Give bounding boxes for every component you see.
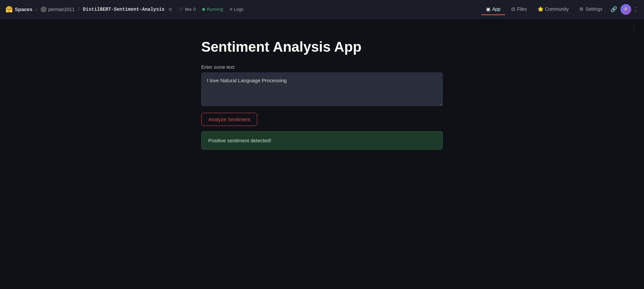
avatar[interactable]: P <box>621 4 631 15</box>
running-status-badge[interactable]: Running <box>202 7 223 12</box>
text-input[interactable]: I love Natural Language Processing <box>201 73 443 106</box>
header-nav: ▣ App ⊟ Files 🌟 Community ⚙ Settings <box>481 4 607 15</box>
header-left: 🤗 Spaces / perman2011 / DistilBERT-Senti… <box>5 6 481 13</box>
user-breadcrumb[interactable]: perman2011 <box>41 6 75 12</box>
more-options-button[interactable]: ⋮ <box>633 6 639 13</box>
nav-community-label: Community <box>545 6 569 12</box>
app-container: Sentiment Analysis App Enter some text: … <box>201 39 443 150</box>
nav-item-community[interactable]: 🌟 Community <box>533 4 574 15</box>
running-label: Running <box>207 7 223 12</box>
user-avatar-small <box>41 6 47 12</box>
logs-icon: ≡ <box>230 7 232 12</box>
result-box: Positive sentiment detected! <box>201 131 443 150</box>
like-count: 0 <box>193 7 196 12</box>
copy-icon[interactable]: ⧉ <box>169 7 172 12</box>
breadcrumb-separator-2: / <box>78 6 79 12</box>
app-title: Sentiment Analysis App <box>201 39 443 55</box>
analyze-button-label: Analyze Sentiment <box>208 116 250 122</box>
nav-item-files[interactable]: ⊟ Files <box>506 4 532 15</box>
spaces-logo[interactable]: 🤗 Spaces <box>5 6 33 13</box>
nav-settings-label: Settings <box>585 6 602 12</box>
files-icon: ⊟ <box>511 6 515 12</box>
logs-button[interactable]: ≡ Logs <box>230 7 244 12</box>
nav-files-label: Files <box>517 6 527 12</box>
result-text: Positive sentiment detected! <box>208 138 271 143</box>
spaces-emoji-icon: 🤗 <box>5 6 13 13</box>
content-more-button[interactable]: ⋮ <box>631 23 637 32</box>
app-icon: ▣ <box>486 6 490 12</box>
analyze-sentiment-button[interactable]: Analyze Sentiment <box>201 113 257 126</box>
avatar-initials: P <box>625 7 627 12</box>
community-icon: 🌟 <box>538 6 543 12</box>
running-dot-icon <box>202 8 205 11</box>
header-actions: 🔗 P <box>610 4 631 15</box>
spaces-label: Spaces <box>15 6 33 12</box>
username-label: perman2011 <box>48 7 75 12</box>
nav-item-app[interactable]: ▣ App <box>481 4 505 15</box>
like-label: like <box>185 7 192 12</box>
link-icon[interactable]: 🔗 <box>610 6 617 12</box>
input-label: Enter some text: <box>201 64 443 70</box>
logs-label: Logs <box>234 7 244 12</box>
nav-item-settings[interactable]: ⚙ Settings <box>575 4 607 15</box>
header: 🤗 Spaces / perman2011 / DistilBERT-Senti… <box>0 0 644 19</box>
nav-app-label: App <box>492 6 500 12</box>
repo-name-label: DistilBERT-Sentiment-Analysis <box>83 7 165 12</box>
like-section[interactable]: ♡ like 0 <box>179 7 196 12</box>
heart-icon: ♡ <box>179 7 183 12</box>
main-content: Sentiment Analysis App Enter some text: … <box>0 19 644 163</box>
settings-icon: ⚙ <box>579 6 584 12</box>
breadcrumb-separator: / <box>36 6 37 12</box>
